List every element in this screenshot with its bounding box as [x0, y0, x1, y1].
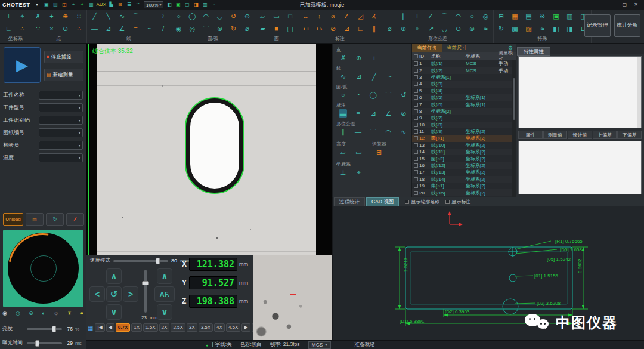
toolbar-icon[interactable]: ◡ [213, 10, 227, 23]
speed-slider[interactable] [113, 260, 168, 262]
palette-tool-icon[interactable]: ∥ [339, 128, 347, 136]
z-down-button[interactable]: ∨ [157, 304, 172, 320]
toolbar-icon[interactable]: ⊚ [213, 23, 227, 35]
toolbar-icon[interactable]: ▣ [549, 10, 563, 23]
titlebar-icon[interactable]: ▣ [174, 0, 182, 10]
display-checkbox[interactable]: 显示轮廓名称 [405, 199, 439, 205]
row-checkbox[interactable] [412, 61, 419, 66]
table-row[interactable]: 18线[/14]坐标系[2] [412, 176, 512, 183]
palette-tool-icon[interactable]: ⊘ [400, 109, 408, 118]
playback-speed-button[interactable]: 3.5X [199, 323, 213, 332]
table-row[interactable]: 10线[/8] [412, 122, 512, 128]
refresh-button[interactable]: ↻ [46, 213, 64, 226]
playback-speed-button[interactable]: ◀ [106, 323, 114, 332]
row-checkbox[interactable] [412, 143, 419, 147]
row-checkbox[interactable] [412, 184, 419, 188]
toolbar-icon[interactable]: ∠ [340, 10, 354, 23]
scrollbar[interactable] [637, 57, 641, 128]
toolbar-icon[interactable]: ∴ [72, 23, 86, 35]
toolbar-icon[interactable]: ↦ [312, 23, 326, 35]
palette-tool-icon[interactable]: ▱ [339, 148, 348, 156]
properties-column-button[interactable]: 上偏差 [593, 131, 617, 139]
toolbar-icon[interactable]: ⌀ [383, 23, 397, 35]
slider-thumb[interactable] [142, 281, 149, 285]
properties-list[interactable] [518, 56, 642, 128]
toolbar-icon[interactable]: ⌖ [410, 23, 424, 35]
toolbar-icon[interactable]: ○ [172, 10, 185, 23]
exposure-slider[interactable] [27, 342, 62, 344]
toolbar-icon[interactable]: ◡ [438, 23, 451, 35]
palette-tool-icon[interactable]: ╱ [370, 72, 379, 81]
titlebar-icon[interactable]: ◫ [61, 0, 69, 10]
scrollbar-thumb[interactable] [513, 78, 515, 120]
toolbar-icon[interactable]: ⌒ [438, 10, 451, 23]
toolbar-icon[interactable]: ⊞ [494, 10, 508, 23]
cad-tab[interactable]: 过程统计 [334, 197, 365, 206]
titlebar-icon[interactable]: ▫ [210, 0, 218, 10]
field-select[interactable]: ▾ [39, 141, 83, 150]
delete-button[interactable]: ✗ [66, 213, 84, 226]
palette-tool-icon[interactable]: ⌒ [384, 91, 392, 99]
playback-speed-button[interactable]: ▶ [242, 323, 250, 332]
table-row[interactable]: 19集[○1]坐标系[2] [412, 183, 512, 189]
properties-column-button[interactable]: 设计值 [568, 131, 592, 139]
field-select[interactable]: ▾ [39, 103, 83, 112]
jog-right-button[interactable]: > [123, 286, 138, 302]
field-select[interactable]: ▾ [39, 153, 83, 162]
toolbar-icon[interactable]: ⊙ [58, 23, 72, 35]
table-row[interactable]: 13线[/10]坐标系[2] [412, 142, 512, 149]
table-row[interactable]: 15圆[○2]坐标系[2] [412, 155, 512, 162]
properties-column-button[interactable]: 属性 [518, 131, 543, 139]
toolbar-icon[interactable]: ▨ [522, 23, 535, 35]
row-checkbox[interactable] [412, 116, 419, 120]
toolbar-icon[interactable]: ⊕ [397, 23, 410, 35]
focus-zoom-preview[interactable] [253, 255, 332, 340]
toolbar-icon[interactable]: ≀ [156, 10, 170, 23]
jog-speed-slider[interactable] [144, 270, 147, 313]
palette-tool-icon[interactable]: ⌖ [354, 168, 363, 177]
toolbar-icon[interactable]: ↔ [299, 10, 312, 23]
titlebar-icon[interactable]: ☰ [125, 0, 133, 10]
camera-preview-icon[interactable]: ☼ [54, 310, 58, 316]
stop-capture-button[interactable]: ■ 停止捕捉 [44, 51, 83, 63]
table-row[interactable]: 5线[/4] [412, 88, 512, 94]
field-select[interactable]: ▾ [39, 128, 83, 137]
playback-monitor-icon[interactable]: ▦ [88, 325, 93, 331]
palette-tool-icon[interactable]: ⊞ [374, 148, 383, 156]
palette-tool-icon[interactable]: ∠ [384, 109, 392, 118]
table-row[interactable]: 1线[/1]MCS手动 [412, 60, 512, 67]
palette-tool-icon[interactable]: ⊿ [354, 72, 363, 81]
palette-tool-icon[interactable]: ↺ [400, 91, 408, 99]
titlebar-icon[interactable]: AUX [97, 0, 106, 10]
toolbar-icon[interactable]: ╲ [101, 10, 115, 23]
titlebar-icon[interactable]: ∷ [134, 0, 142, 10]
toolbar-icon[interactable]: ▰ [256, 23, 270, 35]
toolbar-icon[interactable]: ∵ [31, 23, 45, 35]
row-checkbox[interactable] [412, 177, 419, 181]
row-checkbox[interactable] [412, 69, 419, 73]
toolbar-icon[interactable]: ↤ [299, 23, 312, 35]
toolbar-icon[interactable]: ∠ [424, 10, 438, 23]
toolbar-icon[interactable]: ⌒ [129, 10, 143, 23]
titlebar-icon[interactable]: ▣ [43, 0, 51, 10]
titlebar-icon[interactable]: ▤ [52, 0, 60, 10]
properties-detail[interactable] [518, 141, 642, 194]
camera-preview-icon[interactable]: ◎ [16, 310, 20, 316]
task-tab[interactable]: 当前任务 [412, 44, 442, 52]
playback-speed-button[interactable]: 1.5X [143, 323, 157, 332]
toolbar-icon[interactable]: ∷ [72, 10, 86, 23]
playback-speed-button[interactable]: 4X [214, 323, 225, 332]
toolbar-icon[interactable]: ∴ [16, 23, 29, 35]
palette-tool-icon[interactable]: — [354, 128, 362, 136]
checkbox-icon[interactable] [445, 200, 450, 204]
table-row[interactable]: 20线[/15]坐标系[2] [412, 189, 512, 196]
toolbar-icon[interactable]: ◧ [549, 23, 563, 35]
playback-speed-button[interactable]: |◀ [95, 323, 104, 332]
toolbar-icon[interactable]: ― [143, 10, 156, 23]
record-management-button[interactable]: 记录管理 [584, 14, 611, 37]
display-checkbox[interactable]: 显示标注 [445, 199, 470, 205]
row-checkbox[interactable] [412, 170, 419, 174]
toolbar-icon[interactable]: ✗ [31, 10, 45, 23]
toolbar-icon[interactable]: — [88, 23, 101, 35]
palette-tool-icon[interactable]: ⊿ [369, 109, 377, 118]
